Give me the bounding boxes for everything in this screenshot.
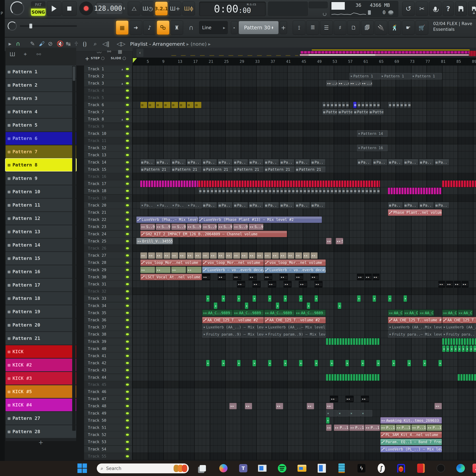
clip[interactable]: ▤	[322, 188, 325, 194]
clip[interactable]: ▤	[287, 188, 291, 194]
clip[interactable]: ▸▸	[461, 345, 465, 352]
track-header[interactable]: Track 29	[84, 266, 132, 273]
track-mute-led[interactable]	[125, 247, 130, 250]
pattern-list-item[interactable]: ▤Pattern 20	[6, 319, 76, 331]
clip[interactable]: ▸▸	[221, 360, 225, 366]
pattern-list-item[interactable]: ▤KICK #4	[6, 399, 76, 411]
track-mute-led[interactable]	[125, 204, 130, 207]
clip[interactable]: ▤	[342, 102, 345, 108]
clip[interactable]: ▤	[163, 102, 170, 108]
clip[interactable]: ▤	[334, 188, 337, 194]
clip[interactable]: ▸▸	[434, 403, 442, 409]
pattern-list-item[interactable]: ▤Pattern 1	[6, 65, 76, 78]
clip[interactable]: ▸▸	[307, 403, 314, 409]
clip[interactable]: ▸▸	[446, 281, 453, 288]
step-record-button[interactable]: Ш+	[169, 1, 181, 16]
clip[interactable]: ▸▸S..9	[171, 223, 186, 230]
clip[interactable]: ▸▸Drill_V..345553	[136, 238, 173, 244]
snap-selector[interactable]: Line▸	[199, 21, 228, 34]
clip[interactable]: ▸▸	[473, 345, 476, 352]
track-header[interactable]: Track 14	[84, 159, 132, 166]
clip[interactable]: ▸▸	[373, 295, 376, 302]
track-header[interactable]: Track 50	[84, 417, 132, 424]
clip[interactable]: ▤	[314, 188, 318, 194]
track-header[interactable]: Track 39	[84, 338, 132, 345]
track-mute-led[interactable]	[125, 448, 130, 451]
clip[interactable]: ▸▸..d)	[349, 80, 360, 87]
clip[interactable]: ▤	[392, 102, 395, 108]
clip[interactable]: ×	[361, 410, 372, 416]
track-mute-led[interactable]	[125, 326, 130, 329]
track-header[interactable]: Track 24	[84, 231, 132, 238]
playback-icon[interactable]: ◁▷	[117, 40, 125, 47]
clip[interactable]: ▸▸S..9	[249, 223, 263, 230]
clip[interactable]: ▤	[241, 188, 244, 194]
track-header[interactable]: Track 26	[84, 245, 132, 252]
clip[interactable]: ▤	[253, 188, 256, 194]
clip[interactable]: AA_CHE_125_T..volume #3	[388, 317, 442, 323]
clip[interactable]: ▸▸	[218, 252, 225, 259]
track-mute-led[interactable]	[125, 261, 130, 264]
save-button[interactable]	[455, 1, 467, 16]
clip[interactable]: ▤	[276, 188, 279, 194]
clip[interactable]: ▸▸	[280, 252, 287, 259]
clip[interactable]: ▸▸	[295, 252, 302, 259]
clip[interactable]: ▸▸Awaking Kit..tmos_269633	[380, 417, 442, 424]
clip[interactable]: ▸▸AA_C..9889	[233, 309, 264, 316]
clip[interactable]: ▤Pa..	[373, 159, 387, 166]
preview-tool-icon[interactable]: ◁‖	[102, 40, 110, 47]
clip[interactable]	[458, 374, 476, 381]
picker-audio-icon[interactable]: ✦	[23, 51, 28, 57]
clip[interactable]: ▤	[400, 102, 403, 108]
channel-rack-button[interactable]: ☰	[320, 20, 333, 35]
clip[interactable]: ▸▸	[187, 267, 202, 273]
clip[interactable]: ▸▸	[365, 274, 372, 280]
clip[interactable]: ▸▸	[326, 425, 332, 431]
clip[interactable]: ▸▸	[253, 360, 256, 366]
countdown-button[interactable]: 3.2.1	[155, 1, 168, 16]
clip[interactable]: ▸▸	[450, 345, 453, 352]
clip[interactable]: ▸▸	[233, 274, 241, 280]
clip[interactable]: Param. EQ..1 – Band 7 freq	[380, 439, 442, 445]
clip[interactable]: ▸▸	[237, 281, 245, 288]
track-header[interactable]: Track 8▲	[84, 116, 132, 123]
track-mute-led[interactable]	[125, 297, 130, 300]
clip[interactable]: ▤	[330, 188, 333, 194]
snap-magnet-icon[interactable]: ∩	[189, 24, 193, 31]
track-header[interactable]: Track 49	[84, 410, 132, 417]
clip[interactable]: ▸▸P..1	[365, 425, 380, 431]
track-mute-led[interactable]	[125, 189, 130, 192]
track-header[interactable]: Track 52	[84, 431, 132, 438]
track-mute-led[interactable]	[125, 362, 130, 364]
clip[interactable]: ▤Pattern 21	[140, 166, 171, 173]
clip[interactable]: ▸▸	[310, 252, 318, 259]
track-mute-led[interactable]	[125, 347, 130, 350]
clip[interactable]: AA_CHE_125_T..volume #2	[202, 317, 264, 323]
clip[interactable]: ▤	[349, 188, 353, 194]
s-app-icon[interactable]: ∫	[376, 463, 387, 474]
clip[interactable]: ▸▸	[299, 281, 307, 288]
clip[interactable]: ▤	[396, 102, 399, 108]
pattern-list-item[interactable]: ▤Pattern 8	[6, 159, 76, 171]
clip[interactable]: ▸▸	[345, 396, 354, 402]
clip[interactable]: ▸▸	[461, 281, 469, 288]
clip[interactable]: ▤	[361, 188, 364, 194]
pitch-knob[interactable]	[8, 21, 17, 31]
clip[interactable]: ▸▸	[276, 302, 279, 309]
clip[interactable]: ▤	[345, 102, 349, 108]
clip[interactable]: ▸▸	[303, 252, 310, 259]
clip[interactable]: ▤Pa..	[310, 202, 325, 208]
minimap-scroll-left[interactable]: ‹	[136, 49, 143, 57]
master-volume-knob[interactable]	[10, 1, 24, 15]
pattern-list-item[interactable]: ▤Pattern 5	[6, 119, 76, 131]
clip[interactable]: ▸▸	[284, 295, 287, 302]
playlist-grid[interactable]: ×Pattern 1×Pattern 1×Pattern 1▸▸..d)▸▸..…	[133, 66, 476, 460]
clip[interactable]: ▸▸..d)	[326, 80, 337, 87]
track-header[interactable]: Track 4	[84, 87, 132, 94]
collapse-arrow-icon[interactable]: ▸	[9, 40, 11, 47]
track-header[interactable]: Track 36	[84, 317, 132, 323]
automation-track-icon[interactable]: ⚯	[107, 49, 111, 54]
clip[interactable]: ▸▸	[249, 252, 255, 259]
step-toggle[interactable]: STEP ◯	[91, 56, 104, 60]
track-mute-led[interactable]	[125, 426, 130, 429]
